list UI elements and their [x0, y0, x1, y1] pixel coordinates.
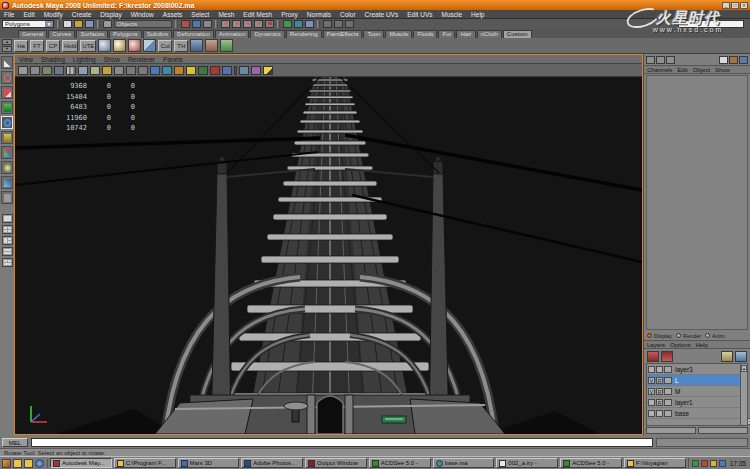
shelf-tab-curves[interactable]: Curves [48, 30, 75, 38]
taskbar-task-base-ma[interactable]: base.ma [433, 458, 495, 468]
folder-icon[interactable] [24, 459, 33, 468]
show-tool-settings-icon[interactable] [656, 56, 665, 64]
taskbar-task-explorer[interactable]: C:\Program F... [114, 458, 176, 468]
scroll-up-icon[interactable]: ▲ [741, 365, 747, 372]
menu-file[interactable]: File [4, 11, 14, 18]
speed-mode-icon[interactable] [729, 56, 738, 64]
footer-button-right[interactable] [698, 427, 748, 434]
taskbar-task-voyagian[interactable]: F:\Voyagian [624, 458, 686, 468]
tray-icon[interactable] [701, 460, 708, 467]
shaded-icon[interactable] [162, 66, 172, 75]
show-attribute-editor-icon[interactable] [646, 56, 655, 64]
options-menu[interactable]: Options [670, 342, 691, 348]
create-layer-assign-icon[interactable] [735, 351, 747, 362]
menu-edit-mesh[interactable]: Edit Mesh [243, 11, 272, 18]
layout-split-button[interactable] [2, 247, 13, 256]
image-plane-icon[interactable] [42, 66, 52, 75]
layer-list-scrollbar[interactable]: ▲ ▼ [740, 364, 747, 425]
render-current-frame-icon[interactable] [323, 20, 332, 28]
layer-help-menu[interactable]: Help [696, 342, 708, 348]
bookmark-icon[interactable] [30, 66, 40, 75]
close-button[interactable]: × [740, 2, 748, 9]
menu-create-uvs[interactable]: Create UVs [365, 11, 399, 18]
tray-icon[interactable] [692, 460, 699, 467]
taskbar-task-acdsee-2[interactable]: ACDSee 5.0 - [560, 458, 622, 468]
field-chart-icon[interactable] [114, 66, 124, 75]
camera-attributes-icon[interactable] [18, 66, 28, 75]
shadows-icon[interactable] [198, 66, 208, 75]
menu-display[interactable]: Display [100, 11, 121, 18]
shelf-tab-custom[interactable]: Custom [503, 30, 532, 38]
grid-icon[interactable] [66, 66, 76, 75]
layer-type-toggle[interactable] [656, 410, 663, 417]
open-scene-icon[interactable] [74, 20, 83, 28]
move-layer-up-icon[interactable] [647, 351, 659, 362]
shelf-tab-fluids[interactable]: Fluids [413, 30, 437, 38]
show-channel-box-icon[interactable] [666, 56, 675, 64]
shelf-button-ft[interactable]: FT [30, 40, 44, 52]
layout-hypershade-button[interactable] [2, 258, 13, 267]
title-bar[interactable]: Autodesk Maya 2008 Unlimited: F:\krestor… [0, 0, 750, 10]
last-tool[interactable] [1, 191, 13, 204]
wireframe-icon[interactable] [150, 66, 160, 75]
layers-menu[interactable]: Layers [647, 342, 665, 348]
snap-curve-icon[interactable] [294, 20, 303, 28]
shelf-prev-icon[interactable]: ▲ [2, 39, 12, 45]
shelf-tab-deformation[interactable]: Deformation [173, 30, 214, 38]
gate-mask-icon[interactable] [102, 66, 112, 75]
select-component-icon[interactable] [203, 20, 212, 28]
channel-box-empty-area[interactable] [646, 75, 748, 330]
quick-launch-app-icon[interactable] [2, 459, 11, 468]
shelf-tab-surfaces[interactable]: Surfaces [76, 30, 108, 38]
select-tool[interactable] [1, 56, 13, 69]
taskbar-task-output-window[interactable]: Output Window [305, 458, 367, 468]
layer-type-toggle[interactable]: R [656, 399, 663, 406]
layer-mode-anim[interactable]: Anim [705, 333, 725, 339]
tray-icon[interactable] [719, 460, 726, 467]
shelf-tool-icon[interactable] [205, 39, 218, 52]
isolate-select-icon[interactable] [210, 66, 220, 75]
taskbar-task-acdsee-1[interactable]: ACDSee 5.0 - [369, 458, 431, 468]
show-menu[interactable]: Show [715, 67, 730, 73]
select-object-icon[interactable] [192, 20, 201, 28]
minimize-button[interactable]: _ [722, 2, 730, 9]
shelf-tab-dynamics[interactable]: Dynamics [250, 30, 284, 38]
lock-icon[interactable] [103, 20, 112, 28]
layer-type-toggle[interactable]: R [656, 388, 663, 395]
layer-row-l[interactable]: V R L [647, 375, 740, 386]
panel-menu-panels[interactable]: Panels [163, 56, 183, 63]
shelf-tab-fur[interactable]: Fur [438, 30, 455, 38]
menu-create[interactable]: Create [72, 11, 92, 18]
taskbar-clock[interactable]: 17:35 [728, 460, 748, 467]
lights-icon[interactable] [186, 66, 196, 75]
xray-icon[interactable] [222, 66, 232, 75]
textured-icon[interactable] [174, 66, 184, 75]
viewport-canvas[interactable]: 936800 1540400 648300 1196000 1074200 [15, 77, 642, 434]
menu-help[interactable]: Help [471, 11, 484, 18]
layer-visibility-toggle[interactable] [648, 410, 655, 417]
folder-icon[interactable] [13, 459, 22, 468]
shelf-button-th[interactable]: TH [174, 40, 188, 52]
panel-menu-show[interactable]: Show [104, 56, 120, 63]
tray-icon[interactable] [710, 460, 717, 467]
shelf-button-hold[interactable]: Hold [62, 40, 78, 52]
status-divider[interactable] [57, 20, 60, 28]
render-settings-icon[interactable] [345, 20, 354, 28]
taskbar-task-002a[interactable]: 002_a.iry - [496, 458, 558, 468]
multilister-icon[interactable] [251, 66, 261, 75]
shelf-tool-icon[interactable] [220, 39, 233, 52]
layer-type-toggle[interactable]: R [656, 377, 663, 384]
shelf-tab-polygons[interactable]: Polygons [109, 30, 142, 38]
taskbar-task-mars3d[interactable]: Mars 3D [178, 458, 240, 468]
create-empty-layer-icon[interactable] [721, 351, 733, 362]
scale-tool[interactable] [1, 131, 13, 144]
menu-edit-uvs[interactable]: Edit UVs [407, 11, 432, 18]
mask-rendering-icon[interactable] [265, 20, 274, 28]
mask-points-icon[interactable] [221, 20, 230, 28]
layer-visibility-toggle[interactable] [648, 399, 655, 406]
status-divider[interactable] [175, 20, 178, 28]
safe-title-icon[interactable] [138, 66, 148, 75]
film-gate-icon[interactable] [78, 66, 88, 75]
status-divider[interactable] [215, 20, 218, 28]
menu-mesh[interactable]: Mesh [218, 11, 234, 18]
